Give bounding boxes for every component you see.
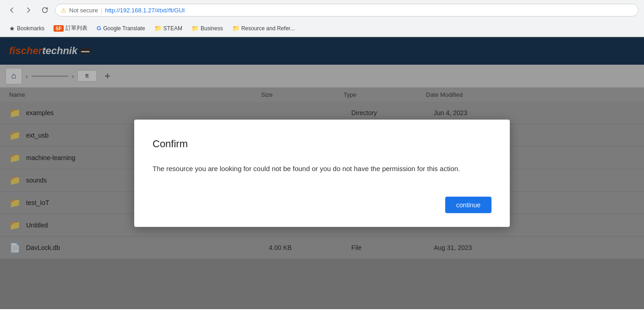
bookmark-resource-label: Resource and Refer...: [241, 25, 295, 32]
back-button[interactable]: [5, 4, 18, 17]
star-icon: ★: [9, 25, 15, 32]
address-bar[interactable]: ⚠ Not secure | http://192.168.1.27/#txt/…: [55, 4, 639, 17]
bookmark-bookmarks-label: Bookmarks: [17, 25, 44, 32]
forward-button[interactable]: [22, 4, 35, 17]
url-text: http://192.168.1.27/#txt//ft/GUI: [105, 7, 185, 14]
bookmark-business-label: Business: [201, 25, 223, 32]
security-warning-icon: ⚠: [61, 7, 66, 14]
bookmark-steam[interactable]: 📁 STEAM: [151, 23, 186, 33]
google-translate-icon: G: [97, 25, 101, 32]
bookmark-order-list-label: 訂單列表: [65, 24, 87, 32]
dialog-footer: continue: [153, 197, 491, 213]
dialog-message: The resource you are looking for could n…: [153, 163, 491, 174]
bookmark-bookmarks[interactable]: ★ Bookmarks: [5, 23, 48, 34]
bookmark-google-translate-label: Google Translate: [103, 25, 145, 32]
continue-button[interactable]: continue: [445, 197, 491, 213]
folder-icon-resource: 📁: [232, 25, 240, 32]
bookmark-business[interactable]: 📁 Business: [188, 23, 227, 33]
not-secure-label: Not secure: [69, 7, 98, 14]
nav-bar: ⚠ Not secure | http://192.168.1.27/#txt/…: [0, 0, 644, 20]
folder-icon-steam: 📁: [154, 25, 162, 32]
bookmark-resource[interactable]: 📁 Resource and Refer...: [229, 23, 299, 33]
bookmarks-bar: ★ Bookmarks SF 訂單列表 G Google Translate 📁…: [0, 20, 644, 37]
bookmark-steam-label: STEAM: [164, 25, 182, 32]
confirm-dialog: Confirm The resource you are looking for…: [134, 119, 510, 227]
address-divider: |: [101, 7, 102, 14]
sf-icon: SF: [54, 25, 64, 32]
reload-button[interactable]: [38, 4, 51, 17]
folder-icon-business: 📁: [191, 25, 199, 32]
dialog-title: Confirm: [153, 138, 491, 150]
bookmark-order-list[interactable]: SF 訂單列表: [50, 22, 91, 34]
bookmark-google-translate[interactable]: G Google Translate: [93, 23, 149, 33]
